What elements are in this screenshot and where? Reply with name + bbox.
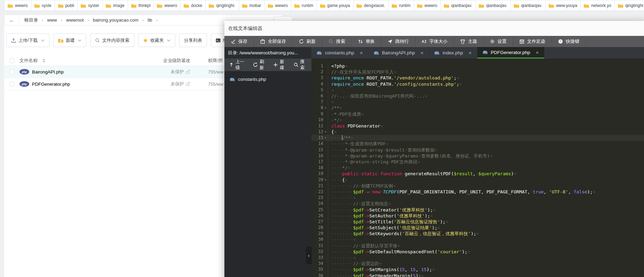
- toolbar-button-上传/下载[interactable]: 上传/下载: [6, 33, 49, 47]
- folder-icon[interactable]: [242, 3, 247, 8]
- directory-tab[interactable]: publi: [55, 0, 78, 11]
- star-icon[interactable]: [143, 38, 148, 43]
- folder-icon[interactable]: [58, 3, 63, 8]
- folder-icon[interactable]: [81, 3, 86, 8]
- directory-tab[interactable]: syster: [78, 0, 103, 11]
- breadcrumb-item[interactable]: wwwroot: [65, 17, 85, 23]
- directory-tab[interactable]: www.youya: [546, 0, 581, 11]
- directory-tab[interactable]: dengxiaoxi.: [353, 0, 389, 11]
- code-line[interactable]: 29········$pdf->SetKeywords('百融云，信息验证，优雅…: [311, 231, 644, 237]
- directory-tab[interactable]: wwwro: [414, 0, 441, 11]
- folder-icon[interactable]: [417, 3, 422, 8]
- theme-icon[interactable]: [460, 39, 465, 44]
- editor-toolbar-全部保存[interactable]: 全部保存: [254, 36, 293, 47]
- directory-tab[interactable]: qingtinghr.: [615, 0, 644, 11]
- sidebar-action-新建[interactable]: 新建: [273, 59, 286, 71]
- code-line[interactable]: 34········//·设置边距¤: [311, 261, 644, 267]
- row-checkbox[interactable]: [9, 69, 14, 74]
- editor-toolbar-跳转行[interactable]: 跳转行: [381, 36, 415, 47]
- folder-icon[interactable]: [268, 3, 273, 8]
- folder-icon[interactable]: [514, 3, 519, 8]
- editor-toolbar-字体大小[interactable]: A字体大小: [415, 36, 454, 47]
- folder-icon[interactable]: [444, 3, 449, 8]
- file-name[interactable]: PDFGenerator.php: [32, 82, 70, 87]
- code-line[interactable]: 2//·在文件开头添加TCPDF引入¤: [311, 69, 644, 75]
- tamper-proof-cell[interactable]: 未保护: [154, 66, 190, 78]
- folder-icon[interactable]: [479, 3, 484, 8]
- save-all-icon[interactable]: [260, 39, 265, 44]
- toolbar-button-分享列表[interactable]: 分享列表: [179, 33, 207, 47]
- folder-icon[interactable]: [618, 3, 623, 8]
- replace-icon[interactable]: [358, 39, 363, 44]
- settings-icon[interactable]: [490, 39, 495, 44]
- sidebar-file-item[interactable]: constants.php: [224, 74, 311, 84]
- php-elephant-icon[interactable]: [317, 51, 322, 55]
- editor-toolbar-快捷键[interactable]: ?快捷键: [552, 36, 586, 47]
- directory-tab[interactable]: docke: [181, 0, 206, 11]
- editor-toolbar-刷新[interactable]: 刷新: [293, 36, 322, 47]
- code-line[interactable]: 27········$pdf->SetTitle('百融云信息验证报告');¤: [311, 219, 644, 225]
- editor-tab-PDFGenerator.php[interactable]: PDFGenerator.php×: [477, 47, 544, 59]
- code-line[interactable]: 10·*/¤: [311, 117, 644, 123]
- toolbar-button-新建[interactable]: 新建: [53, 33, 86, 47]
- editor-tab-constants.php[interactable]: constants.php×: [311, 47, 368, 59]
- code-line[interactable]: 8▾/**¤: [311, 105, 644, 111]
- code-line[interactable]: 5¤: [311, 87, 644, 93]
- close-tab-icon[interactable]: ×: [420, 50, 423, 56]
- goto-line-icon[interactable]: [388, 39, 392, 44]
- folder-icon[interactable]: [131, 3, 136, 8]
- search-icon[interactable]: [294, 62, 299, 67]
- directory-tab[interactable]: image: [103, 0, 128, 11]
- folder-icon[interactable]: [106, 3, 111, 8]
- toolbar-button-收藏夹[interactable]: 收藏夹: [138, 33, 175, 47]
- code-line[interactable]: 16·····*·@param·array·$queryParams·查询参数(…: [311, 153, 644, 159]
- breadcrumb-item[interactable]: bairong.youyacao.com: [92, 17, 139, 23]
- code-line[interactable]: 15·····*·@param·array·$result·查询结果数据¤: [311, 147, 644, 153]
- directory-tab[interactable]: qianbaojav.: [441, 0, 476, 11]
- directory-tab[interactable]: game.youya: [317, 0, 353, 11]
- directory-tab[interactable]: qianbaojav.: [511, 0, 546, 11]
- row-checkbox[interactable]: [9, 82, 14, 86]
- code-line[interactable]: 36········$pdf->SetHeaderMargin(5);¤: [311, 273, 644, 277]
- php-elephant-icon[interactable]: [483, 50, 488, 54]
- folder-icon[interactable]: [320, 3, 325, 8]
- code-line[interactable]: 24········//·设置文档信息¤: [311, 201, 644, 207]
- chevron-down-icon[interactable]: [78, 39, 81, 42]
- code-line[interactable]: 20▾····{¤: [311, 177, 644, 183]
- toolbar-button-文件内容搜索[interactable]: 文件内容搜索: [90, 33, 134, 47]
- directory-tab[interactable]: runtim: [291, 0, 317, 11]
- editor-tab-BairongAPI.php[interactable]: BairongAPI.php×: [368, 47, 429, 59]
- directory-tab[interactable]: thinkpl: [128, 0, 154, 11]
- fold-marker[interactable]: ▾: [323, 177, 328, 183]
- file-name[interactable]: BairongAPI.php: [32, 69, 64, 75]
- sidebar-action-搜索[interactable]: 搜索: [294, 59, 307, 71]
- directory-tab[interactable]: mobar: [239, 0, 265, 11]
- editor-toolbar-搜索[interactable]: 搜索: [322, 36, 352, 47]
- code-line[interactable]: 9·*·PDF生成类¤: [311, 111, 644, 117]
- editor-toolbar-设置[interactable]: 设置: [484, 36, 513, 47]
- terminal-icon[interactable]: [216, 38, 221, 43]
- folder-icon[interactable]: [392, 3, 397, 8]
- sidebar-action-刷新[interactable]: 刷新: [253, 59, 266, 71]
- new-folder-icon[interactable]: [58, 38, 63, 43]
- chevron-down-icon[interactable]: [167, 39, 170, 42]
- code-line[interactable]: 3require_once·ROOT_PATH.'/vendor/autoloa…: [311, 75, 644, 81]
- fold-marker[interactable]: ▾: [323, 129, 328, 135]
- code-line[interactable]: 14·····*·生成查询结果PDF¤: [311, 141, 644, 147]
- code-line[interactable]: 6//·...·保留原有的BairongAPI类代码·...¤: [311, 93, 644, 99]
- breadcrumb-item[interactable]: www: [46, 17, 57, 23]
- chevron-down-icon[interactable]: [41, 39, 45, 42]
- up-icon[interactable]: [229, 62, 234, 67]
- fold-marker[interactable]: ▾: [323, 135, 328, 141]
- directory-tab[interactable]: wwwro: [4, 0, 31, 11]
- folder-icon[interactable]: [8, 3, 13, 8]
- close-tab-icon[interactable]: ×: [536, 49, 539, 55]
- breadcrumb-item[interactable]: 根目录: [24, 16, 39, 24]
- code-line[interactable]: 35········$pdf->SetMargins(15,·15,·15);¤: [311, 267, 644, 272]
- php-elephant-icon[interactable]: [230, 77, 235, 82]
- directory-tab[interactable]: syste: [31, 0, 55, 11]
- upload-icon[interactable]: [11, 38, 16, 43]
- code-line[interactable]: 23········¤: [311, 195, 644, 201]
- folder-icon[interactable]: [294, 3, 300, 8]
- folder-icon[interactable]: [34, 3, 40, 8]
